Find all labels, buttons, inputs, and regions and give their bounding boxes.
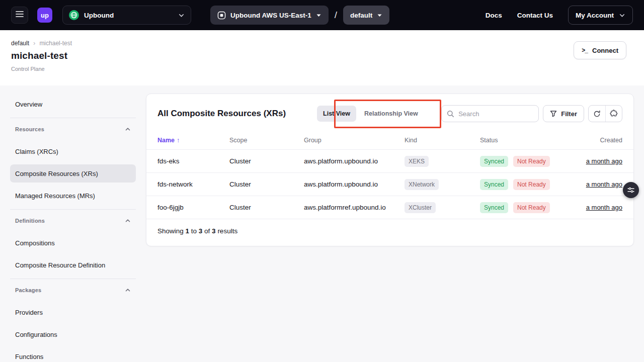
connect-button-label: Connect	[592, 47, 618, 54]
control-plane-icon	[217, 11, 226, 20]
upbound-logo[interactable]: up	[37, 8, 52, 23]
sidebar: Overview Resources Claims (XRCs) Composi…	[10, 94, 136, 362]
hamburger-menu-button[interactable]	[11, 7, 28, 24]
column-header-scope: Scope	[229, 137, 304, 144]
sidebar-item-managed-resources[interactable]: Managed Resources (MRs)	[10, 187, 136, 205]
cell-status: Synced Not Ready	[480, 202, 583, 213]
control-plane-label: Upbound AWS US-East-1	[230, 12, 311, 19]
chevron-up-icon	[125, 287, 131, 293]
namespace-switcher[interactable]: default	[343, 6, 389, 25]
table-row[interactable]: fds-eks Cluster aws.platform.upbound.io …	[146, 149, 633, 172]
cell-group: aws.platformref.upbound.io	[304, 204, 405, 211]
cell-scope: Cluster	[229, 180, 304, 188]
created-timestamp-link[interactable]: a month ago	[586, 157, 622, 165]
table-row[interactable]: fds-network Cluster aws.platform.upbound…	[146, 172, 633, 196]
not-ready-badge: Not Ready	[513, 156, 550, 167]
view-toggle: List View Relationship View	[317, 106, 424, 122]
column-header-name[interactable]: Name ↑	[157, 137, 229, 144]
extensions-button[interactable]	[605, 106, 622, 122]
puzzle-icon	[610, 110, 618, 118]
not-ready-badge: Not Ready	[513, 179, 550, 190]
breadcrumb: default › michael-test	[11, 39, 633, 47]
cell-name: fds-network	[157, 180, 229, 188]
created-timestamp-link[interactable]: a month ago	[586, 204, 622, 211]
cell-group: aws.platform.upbound.io	[304, 157, 405, 165]
docs-link[interactable]: Docs	[486, 12, 502, 19]
sliders-icon	[627, 186, 635, 194]
column-header-group: Group	[304, 137, 405, 144]
column-header-kind: Kind	[405, 137, 480, 144]
sidebar-item-composite-resource-definition[interactable]: Composite Resource Definition	[10, 256, 136, 274]
cell-group: aws.platform.upbound.io	[304, 180, 405, 188]
search-input[interactable]	[458, 110, 533, 118]
composite-resources-card: All Composite Resources (XRs) List View …	[146, 94, 634, 246]
sidebar-section-definitions-title: Definitions	[15, 218, 45, 224]
connect-button[interactable]: >_ Connect	[574, 41, 626, 59]
sidebar-item-functions[interactable]: Functions	[10, 347, 136, 362]
sidebar-section-packages-header[interactable]: Packages	[10, 281, 136, 299]
filter-icon	[550, 110, 557, 117]
results-summary: Showing 1 to 3 of 3 results	[146, 219, 633, 246]
org-switcher-dropdown[interactable]: Upbound	[62, 6, 191, 25]
chevron-down-icon	[619, 12, 625, 19]
my-account-button[interactable]: My Account	[568, 6, 633, 25]
cell-name: fds-eks	[157, 157, 229, 165]
cell-kind: XEKS	[405, 156, 480, 167]
sidebar-item-overview[interactable]: Overview	[10, 95, 136, 113]
breadcrumb-current: michael-test	[39, 40, 72, 47]
cell-kind: XCluster	[405, 202, 480, 213]
cell-scope: Cluster	[229, 204, 304, 211]
my-account-label: My Account	[576, 12, 614, 19]
sidebar-item-claims[interactable]: Claims (XRCs)	[10, 142, 136, 160]
control-plane-switcher[interactable]: Upbound AWS US-East-1	[210, 6, 329, 25]
sidebar-section-definitions-header[interactable]: Definitions	[10, 212, 136, 230]
search-icon	[447, 110, 454, 118]
filter-button[interactable]: Filter	[543, 105, 584, 122]
list-view-button[interactable]: List View	[317, 106, 356, 122]
chevron-down-icon	[178, 12, 185, 19]
created-timestamp-link[interactable]: a month ago	[586, 180, 622, 188]
chevron-up-icon	[125, 218, 131, 224]
topbar: up Upbound Upbound AWS US-East-1 / defau…	[0, 0, 644, 30]
sidebar-item-composite-resources[interactable]: Composite Resources (XRs)	[10, 164, 136, 183]
breadcrumb-chevron-icon: ›	[33, 39, 35, 47]
floating-widget-button[interactable]	[623, 182, 639, 198]
filter-button-label: Filter	[561, 110, 577, 118]
refresh-button[interactable]	[589, 106, 605, 122]
column-header-created: Created	[583, 137, 622, 144]
breadcrumb-parent[interactable]: default	[11, 40, 29, 47]
kind-badge: XEKS	[405, 156, 429, 167]
sidebar-section-resources-header[interactable]: Resources	[10, 120, 136, 138]
sidebar-section-packages: Packages Providers Configurations Functi…	[10, 279, 136, 362]
sidebar-item-configurations[interactable]: Configurations	[10, 325, 136, 343]
page-subtitle: Control Plane	[11, 66, 633, 72]
cell-kind: XNetwork	[405, 179, 480, 190]
table-header-row: Name ↑ Scope Group Kind Status Created	[146, 131, 633, 149]
contact-us-link[interactable]: Contact Us	[517, 12, 553, 19]
globe-icon	[69, 10, 79, 20]
caret-down-icon	[316, 13, 321, 18]
org-switcher-label: Upbound	[84, 12, 114, 19]
search-box	[441, 105, 539, 122]
hamburger-icon	[16, 11, 24, 20]
path-separator: /	[335, 10, 337, 21]
sidebar-section-packages-title: Packages	[15, 287, 41, 293]
synced-badge: Synced	[480, 202, 508, 213]
table-row[interactable]: foo-6jgjb Cluster aws.platformref.upboun…	[146, 196, 633, 219]
sidebar-item-compositions[interactable]: Compositions	[10, 234, 136, 252]
cell-status: Synced Not Ready	[480, 179, 583, 190]
table-actions	[588, 105, 622, 122]
sidebar-section-resources: Resources Claims (XRCs) Composite Resour…	[10, 118, 136, 205]
kind-badge: XCluster	[405, 202, 436, 213]
cell-scope: Cluster	[229, 157, 304, 165]
card-title: All Composite Resources (XRs)	[157, 109, 286, 119]
sidebar-section-resources-title: Resources	[15, 126, 44, 132]
refresh-icon	[593, 110, 601, 118]
cell-status: Synced Not Ready	[480, 156, 583, 167]
not-ready-badge: Not Ready	[513, 202, 550, 213]
chevron-up-icon	[125, 126, 131, 132]
relationship-view-button[interactable]: Relationship View	[358, 106, 424, 122]
page-header: default › michael-test michael-test Cont…	[0, 30, 644, 85]
sidebar-item-providers[interactable]: Providers	[10, 303, 136, 321]
sidebar-section-definitions: Definitions Compositions Composite Resou…	[10, 209, 136, 274]
